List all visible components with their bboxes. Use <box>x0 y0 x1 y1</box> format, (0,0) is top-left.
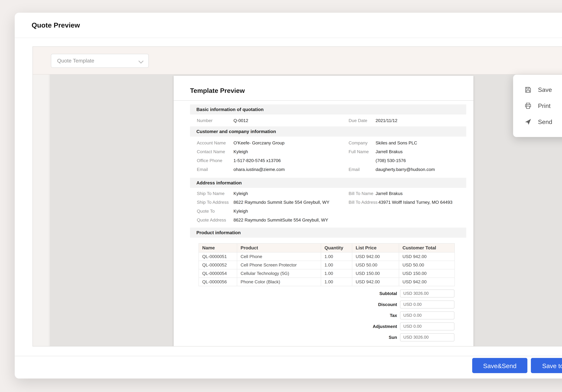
document-title: Template Preview <box>190 87 245 94</box>
field-label: Email <box>197 166 234 173</box>
total-row-subtotal: Subtotal USD 3026.00 <box>316 289 455 298</box>
menu-item-label: Print <box>538 102 550 109</box>
preview-left-gutter <box>33 75 49 346</box>
column-header: List Price <box>352 243 399 252</box>
divider <box>174 100 473 101</box>
field-row: Account NameO'Keefe- Gorczany Group Comp… <box>190 140 466 146</box>
document-preview-area: Template Preview Basic information of qu… <box>33 75 562 346</box>
cell: Cell Phone <box>237 252 321 261</box>
cell: Cell Phone Screen Protector <box>237 261 321 269</box>
field-value: 2021/11/12 <box>375 118 397 123</box>
field-value: 8622 Raymundo Summit Suite 554 Greybull,… <box>234 200 329 205</box>
modal-header: Quote Preview ✕ <box>15 13 562 38</box>
total-value-box: USD 3026.00 <box>400 333 455 341</box>
total-row-sum: Sun USD 3026.00 <box>316 333 455 341</box>
product-table: Name Product Quantity List Price Custome… <box>199 243 455 286</box>
cell: USD 50.00 <box>399 261 455 269</box>
total-label: Tax <box>316 313 397 318</box>
print-icon <box>525 102 532 109</box>
section-heading-address: Address information <box>190 178 466 188</box>
field-value: ohara.iustina@zieme.com <box>234 167 285 172</box>
save-to-file-button[interactable]: Save to File <box>531 358 562 373</box>
field-row: Quote Address8622 Raymundo SummitSuite 5… <box>190 217 466 223</box>
template-toolbar: Quote Template <box>33 47 562 75</box>
page-title: Quote Preview <box>32 21 80 29</box>
save-and-send-button[interactable]: Save&Send <box>472 358 527 373</box>
field-value: 8622 Raymundo SummitSuite 554 Greybull, … <box>234 218 328 222</box>
total-row-tax: Tax USD 0.00 <box>316 311 455 319</box>
cell: USD 150.00 <box>399 269 455 277</box>
quote-preview-screen: Quote Preview ✕ Quote Template Template … <box>0 0 562 392</box>
table-row: QL-0000051Cell Phone1.00USD 942.00USD 94… <box>199 252 455 261</box>
total-value-box: USD 0.00 <box>400 311 455 319</box>
quote-template-select[interactable]: Quote Template <box>51 54 149 68</box>
field-value: Q-0012 <box>234 118 248 123</box>
total-value-box: USD 0.00 <box>400 323 455 330</box>
field-label: Bill To Address <box>349 199 377 205</box>
cell: Phone Color (Black) <box>237 277 321 286</box>
field-row: Contact NameKyleigh Full NameJarrell Bra… <box>190 149 466 155</box>
quote-preview-modal: Quote Preview ✕ Quote Template Template … <box>15 13 562 379</box>
field-label: Ship To Name <box>197 190 234 196</box>
column-header: Quantity <box>321 243 352 252</box>
table-row: QL-0000054Cellular Technology (5G)1.00US… <box>199 269 455 277</box>
menu-item-print[interactable]: Print Ctrl+P <box>513 98 562 114</box>
section-heading-products: Product information <box>190 228 466 238</box>
field-value: Skiles and Sons PLC <box>375 140 417 145</box>
field-value: O'Keefe- Gorczany Group <box>234 140 284 145</box>
field-value: (708) 530-1576 <box>375 158 406 163</box>
save-icon <box>525 86 532 93</box>
table-row: QL-0000056Phone Color (Black)1.00USD 942… <box>199 277 455 286</box>
field-row: Ship To NameKyleigh Bill To NameJarrell … <box>190 190 466 196</box>
total-label: Sun <box>316 335 397 340</box>
quote-document-page: Template Preview Basic information of qu… <box>174 76 473 346</box>
cell: 1.00 <box>321 269 352 277</box>
field-value: Kyleigh <box>234 208 248 214</box>
send-icon <box>525 118 532 126</box>
field-label: Full Name <box>349 149 375 155</box>
cell: QL-0000051 <box>199 252 237 261</box>
total-row-discount: Discount USD 0.00 <box>316 300 455 309</box>
field-label: Account Name <box>197 140 234 146</box>
field-label: Bill To Name <box>349 190 375 196</box>
field-label: Quote To <box>197 208 234 214</box>
column-header: Customer Total <box>399 243 455 252</box>
cell: Cellular Technology (5G) <box>237 269 321 277</box>
total-row-adjustment: Adjustment USD 0.00 <box>316 323 455 330</box>
cell: USD 942.00 <box>352 277 399 286</box>
chevron-down-icon <box>139 59 143 63</box>
total-value-box: USD 0.00 <box>400 300 455 309</box>
cell: 1.00 <box>321 252 352 261</box>
cell: QL-0000052 <box>199 261 237 269</box>
column-header: Name <box>199 243 237 252</box>
field-label: Contact Name <box>197 149 234 155</box>
field-value: Jarrell Brakus <box>375 149 403 154</box>
column-header: Product <box>237 243 321 252</box>
section-heading-basic: Basic information of quotation <box>190 104 466 115</box>
field-label: Office Phone <box>197 158 234 163</box>
field-row: Quote ToKyleigh <box>190 208 466 214</box>
cell: USD 942.00 <box>399 277 455 286</box>
field-label: Due Date <box>349 117 375 124</box>
section-heading-customer: Customer and company information <box>190 127 466 137</box>
total-label: Discount <box>316 302 397 307</box>
cell: 1.00 <box>321 277 352 286</box>
cell: USD 150.00 <box>352 269 399 277</box>
table-header-row: Name Product Quantity List Price Custome… <box>199 243 455 252</box>
field-value: Jarrell Brakus <box>375 191 403 196</box>
menu-item-send[interactable]: Send <box>513 114 562 130</box>
total-label: Adjustment <box>316 324 397 329</box>
total-label: Subtotal <box>316 291 397 296</box>
cell: QL-0000054 <box>199 269 237 277</box>
field-label: Number <box>197 117 234 124</box>
menu-item-label: Send <box>538 118 552 126</box>
field-row: NumberQ-0012 Due Date2021/11/12 <box>190 117 466 124</box>
field-row: Ship To Address8622 Raymundo Summit Suit… <box>190 199 466 205</box>
menu-item-label: Save <box>538 86 552 93</box>
cell: USD 942.00 <box>399 252 455 261</box>
table-row: QL-0000052Cell Phone Screen Protector1.0… <box>199 261 455 269</box>
more-actions-menu: Save Ctrl+S Print Ctrl+P Send <box>513 75 562 137</box>
field-label: Company <box>349 140 375 146</box>
cell: USD 942.00 <box>352 252 399 261</box>
menu-item-save[interactable]: Save Ctrl+S <box>513 82 562 98</box>
